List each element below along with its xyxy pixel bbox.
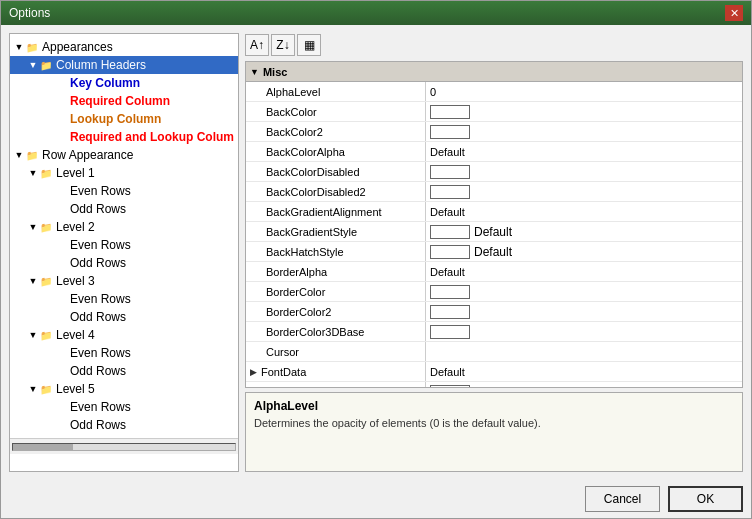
tree-item-level3-odd[interactable]: Odd Rows — [10, 308, 238, 326]
color-swatch[interactable] — [430, 305, 470, 319]
section-expand-icon: ▼ — [250, 67, 259, 77]
prop-name-backcolor2: BackColor2 — [246, 122, 426, 141]
tree-item-level5-even[interactable]: Even Rows — [10, 398, 238, 416]
prop-text-value: Default — [474, 225, 512, 239]
prop-value-backgradientalignment[interactable]: Default — [426, 202, 742, 221]
prop-name-bordercolor: BorderColor — [246, 282, 426, 301]
tree-label-level3: Level 3 — [56, 274, 95, 288]
prop-row[interactable]: BackGradientAlignmentDefault — [246, 202, 742, 222]
tree-item-level5-odd[interactable]: Odd Rows — [10, 416, 238, 434]
prop-row[interactable]: BackColorAlphaDefault — [246, 142, 742, 162]
tree-expander-level4-even — [40, 346, 54, 360]
prop-value-backcolordisabled2[interactable] — [426, 182, 742, 201]
tree-expander-appearances[interactable]: ▼ — [12, 40, 26, 54]
tree-item-row-appearance[interactable]: ▼📁Row Appearance — [10, 146, 238, 164]
color-swatch[interactable] — [430, 285, 470, 299]
tree-expander-level1[interactable]: ▼ — [26, 166, 40, 180]
color-swatch[interactable] — [430, 385, 470, 388]
title-bar: Options ✕ — [1, 1, 751, 25]
color-swatch[interactable] — [430, 325, 470, 339]
prop-value-fontdata[interactable]: Default — [426, 362, 742, 381]
tree-item-lookup-column[interactable]: Lookup Column — [10, 110, 238, 128]
prop-value-bordercolor[interactable] — [426, 282, 742, 301]
ok-button[interactable]: OK — [668, 486, 743, 512]
prop-row[interactable]: BackGradientStyleDefault — [246, 222, 742, 242]
tree-expander-level5-odd — [40, 418, 54, 432]
tree-item-required-column[interactable]: Required Column — [10, 92, 238, 110]
tree-item-level2-even[interactable]: Even Rows — [10, 236, 238, 254]
tree-expander-level4[interactable]: ▼ — [26, 328, 40, 342]
tree-label-level5-even: Even Rows — [70, 400, 131, 414]
prop-row[interactable]: AlphaLevel0 — [246, 82, 742, 102]
color-swatch[interactable] — [430, 105, 470, 119]
table-view-button[interactable]: ▦ — [297, 34, 321, 56]
sub-expand-icon[interactable]: ▶ — [250, 367, 257, 377]
options-window: Options ✕ ▼📁Appearances▼📁Column HeadersK… — [0, 0, 752, 519]
tree-item-level3[interactable]: ▼📁Level 3 — [10, 272, 238, 290]
tree-item-key-column[interactable]: Key Column — [10, 74, 238, 92]
property-section-misc[interactable]: ▼Misc — [246, 62, 742, 82]
close-button[interactable]: ✕ — [725, 5, 743, 21]
tree-expander-row-appearance[interactable]: ▼ — [12, 148, 26, 162]
prop-value-backgradientstyle[interactable]: Default — [426, 222, 742, 241]
cancel-button[interactable]: Cancel — [585, 486, 660, 512]
color-swatch[interactable] — [430, 165, 470, 179]
tree-panel[interactable]: ▼📁Appearances▼📁Column HeadersKey ColumnR… — [9, 33, 239, 472]
horizontal-scrollbar[interactable] — [10, 438, 238, 454]
sort-asc-button[interactable]: A↑ — [245, 34, 269, 56]
tree-item-appearances[interactable]: ▼📁Appearances — [10, 38, 238, 56]
prop-row[interactable]: ForeColor — [246, 382, 742, 387]
folder-icon: 📁 — [40, 276, 52, 287]
prop-row[interactable]: BackColor2 — [246, 122, 742, 142]
tree-label-level3-even: Even Rows — [70, 292, 131, 306]
tree-item-required-lookup[interactable]: Required and Lookup Colum — [10, 128, 238, 146]
prop-row[interactable]: BorderColor2 — [246, 302, 742, 322]
prop-row[interactable]: ▶FontDataDefault — [246, 362, 742, 382]
prop-value-backcolor2[interactable] — [426, 122, 742, 141]
tree-expander-level2[interactable]: ▼ — [26, 220, 40, 234]
tree-item-level2[interactable]: ▼📁Level 2 — [10, 218, 238, 236]
tree-item-level4-even[interactable]: Even Rows — [10, 344, 238, 362]
prop-row[interactable]: BackColor — [246, 102, 742, 122]
color-swatch[interactable] — [430, 245, 470, 259]
prop-row[interactable]: BorderColor3DBase — [246, 322, 742, 342]
prop-value-backcoloralpha[interactable]: Default — [426, 142, 742, 161]
color-swatch[interactable] — [430, 225, 470, 239]
tree-label-level1-even: Even Rows — [70, 184, 131, 198]
prop-value-backcolordisabled[interactable] — [426, 162, 742, 181]
prop-value-cursor[interactable] — [426, 342, 742, 361]
tree-expander-column-headers[interactable]: ▼ — [26, 58, 40, 72]
prop-name-backgradientstyle: BackGradientStyle — [246, 222, 426, 241]
tree-item-level3-even[interactable]: Even Rows — [10, 290, 238, 308]
table-icon: ▦ — [304, 38, 315, 52]
prop-row[interactable]: BorderAlphaDefault — [246, 262, 742, 282]
scrollbar-track[interactable] — [12, 443, 236, 451]
prop-value-backcolor[interactable] — [426, 102, 742, 121]
prop-value-backhatchstyle[interactable]: Default — [426, 242, 742, 261]
prop-value-alphalevel[interactable]: 0 — [426, 82, 742, 101]
tree-item-column-headers[interactable]: ▼📁Column Headers — [10, 56, 238, 74]
prop-row[interactable]: BackColorDisabled2 — [246, 182, 742, 202]
prop-row[interactable]: BackColorDisabled — [246, 162, 742, 182]
tree-item-level4[interactable]: ▼📁Level 4 — [10, 326, 238, 344]
tree-expander-level5[interactable]: ▼ — [26, 382, 40, 396]
tree-item-level1-even[interactable]: Even Rows — [10, 182, 238, 200]
scrollbar-thumb[interactable] — [13, 444, 73, 450]
prop-value-forecolor[interactable] — [426, 382, 742, 387]
color-swatch[interactable] — [430, 125, 470, 139]
property-table[interactable]: ▼MiscAlphaLevel0BackColorBackColor2BackC… — [246, 62, 742, 387]
sort-desc-button[interactable]: Z↓ — [271, 34, 295, 56]
prop-row[interactable]: Cursor — [246, 342, 742, 362]
prop-value-bordercolor2[interactable] — [426, 302, 742, 321]
tree-item-level4-odd[interactable]: Odd Rows — [10, 362, 238, 380]
prop-row[interactable]: BorderColor — [246, 282, 742, 302]
tree-item-level1[interactable]: ▼📁Level 1 — [10, 164, 238, 182]
prop-row[interactable]: BackHatchStyleDefault — [246, 242, 742, 262]
tree-expander-level3[interactable]: ▼ — [26, 274, 40, 288]
prop-value-bordercolor3dbase[interactable] — [426, 322, 742, 341]
tree-item-level2-odd[interactable]: Odd Rows — [10, 254, 238, 272]
tree-item-level1-odd[interactable]: Odd Rows — [10, 200, 238, 218]
color-swatch[interactable] — [430, 185, 470, 199]
tree-item-level5[interactable]: ▼📁Level 5 — [10, 380, 238, 398]
prop-value-borderalpha[interactable]: Default — [426, 262, 742, 281]
